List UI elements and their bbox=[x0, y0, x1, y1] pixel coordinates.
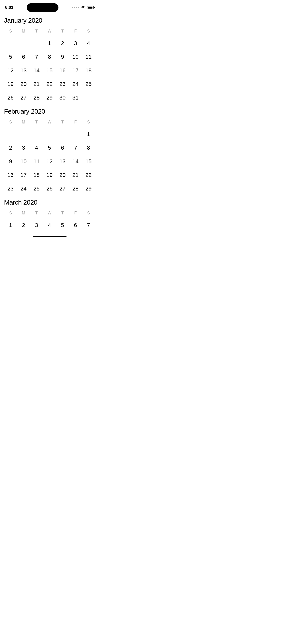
calendar-day bbox=[56, 127, 69, 141]
calendar-day[interactable]: 13 bbox=[56, 155, 69, 168]
calendar-day[interactable]: 16 bbox=[56, 64, 69, 77]
calendar-day[interactable]: 5 bbox=[43, 141, 56, 155]
home-indicator bbox=[33, 236, 67, 237]
calendar-day[interactable]: 6 bbox=[17, 50, 30, 64]
day-headers: SMTWTFS bbox=[4, 118, 95, 126]
calendar-day[interactable]: 30 bbox=[56, 91, 69, 105]
calendar-day[interactable]: 8 bbox=[43, 50, 56, 64]
calendar-day[interactable]: 22 bbox=[82, 168, 95, 182]
calendar-day[interactable]: 6 bbox=[56, 141, 69, 155]
calendar-day[interactable]: 29 bbox=[43, 91, 56, 105]
calendar-day[interactable]: 28 bbox=[69, 182, 82, 196]
calendar-day[interactable]: 28 bbox=[30, 91, 43, 105]
calendar-day[interactable]: 8 bbox=[82, 141, 95, 155]
calendar-day[interactable]: 22 bbox=[43, 77, 56, 91]
calendar-day[interactable]: 1 bbox=[4, 218, 17, 232]
calendar-day[interactable]: 20 bbox=[56, 168, 69, 182]
day-header: M bbox=[17, 27, 30, 36]
calendar-day[interactable]: 14 bbox=[30, 64, 43, 77]
calendar-week: 9101112131415 bbox=[4, 155, 95, 168]
calendar-day[interactable]: 26 bbox=[4, 91, 17, 105]
calendar-day[interactable]: 11 bbox=[82, 50, 95, 64]
day-header: M bbox=[17, 209, 30, 217]
calendar-day[interactable]: 21 bbox=[69, 168, 82, 182]
calendar-day[interactable]: 6 bbox=[69, 218, 82, 232]
day-header: T bbox=[56, 209, 69, 217]
calendar-day[interactable]: 2 bbox=[4, 141, 17, 155]
calendar-day[interactable]: 16 bbox=[4, 168, 17, 182]
calendar-day[interactable]: 20 bbox=[17, 77, 30, 91]
calendar-day[interactable]: 3 bbox=[69, 37, 82, 50]
calendar-day[interactable]: 14 bbox=[69, 155, 82, 168]
calendar-day[interactable]: 4 bbox=[30, 141, 43, 155]
calendar-day[interactable]: 9 bbox=[4, 155, 17, 168]
month-title-march-2020: March 2020 bbox=[4, 199, 95, 206]
calendar-day[interactable]: 3 bbox=[30, 218, 43, 232]
calendar-day[interactable]: 15 bbox=[82, 155, 95, 168]
calendar-day[interactable]: 12 bbox=[43, 155, 56, 168]
calendar-day[interactable]: 12 bbox=[4, 64, 17, 77]
calendar-day[interactable]: 21 bbox=[30, 77, 43, 91]
calendar-day[interactable]: 31 bbox=[69, 91, 82, 105]
calendar-day[interactable]: 18 bbox=[82, 64, 95, 77]
calendar-day[interactable]: 5 bbox=[4, 50, 17, 64]
calendar-day bbox=[43, 127, 56, 141]
calendar-day bbox=[82, 91, 95, 105]
calendar-day bbox=[30, 127, 43, 141]
calendar-weeks: 1234567891011121314151617181920212223242… bbox=[4, 127, 95, 196]
calendar-day[interactable]: 2 bbox=[17, 218, 30, 232]
calendar-day[interactable]: 23 bbox=[4, 182, 17, 196]
day-header: F bbox=[69, 118, 82, 126]
month-title-january-2020: January 2020 bbox=[4, 17, 95, 24]
calendar-day[interactable]: 7 bbox=[30, 50, 43, 64]
calendar-day[interactable]: 25 bbox=[30, 182, 43, 196]
calendar-day bbox=[4, 127, 17, 141]
calendar-grid-january-2020: SMTWTFS 12345678910111213141516171819202… bbox=[4, 27, 95, 105]
calendar-day bbox=[30, 37, 43, 50]
calendar-day[interactable]: 5 bbox=[56, 218, 69, 232]
calendar-day[interactable]: 2 bbox=[56, 37, 69, 50]
calendar-day[interactable]: 15 bbox=[43, 64, 56, 77]
calendar-day[interactable]: 1 bbox=[82, 127, 95, 141]
calendar-day[interactable]: 24 bbox=[69, 77, 82, 91]
day-header: S bbox=[4, 27, 17, 36]
calendar-container: January 2020SMTWTFS 12345678910111213141… bbox=[0, 17, 99, 232]
calendar-day[interactable]: 18 bbox=[30, 168, 43, 182]
calendar-day[interactable]: 11 bbox=[30, 155, 43, 168]
calendar-day[interactable]: 4 bbox=[82, 37, 95, 50]
calendar-day[interactable]: 19 bbox=[4, 77, 17, 91]
calendar-day[interactable]: 27 bbox=[56, 182, 69, 196]
day-header: W bbox=[43, 118, 56, 126]
calendar-day[interactable]: 29 bbox=[82, 182, 95, 196]
day-header: S bbox=[4, 118, 17, 126]
day-header: S bbox=[82, 209, 95, 217]
calendar-week: 16171819202122 bbox=[4, 168, 95, 182]
calendar-day[interactable]: 1 bbox=[43, 37, 56, 50]
calendar-day bbox=[17, 37, 30, 50]
calendar-week: 2345678 bbox=[4, 141, 95, 155]
day-header: W bbox=[43, 209, 56, 217]
calendar-day[interactable]: 24 bbox=[17, 182, 30, 196]
day-header: S bbox=[82, 27, 95, 36]
calendar-day[interactable]: 10 bbox=[17, 155, 30, 168]
calendar-day[interactable]: 10 bbox=[69, 50, 82, 64]
day-header: T bbox=[56, 118, 69, 126]
calendar-day[interactable]: 19 bbox=[43, 168, 56, 182]
calendar-day[interactable]: 13 bbox=[17, 64, 30, 77]
calendar-day[interactable]: 9 bbox=[56, 50, 69, 64]
status-time: 6:01 bbox=[5, 5, 13, 10]
calendar-day[interactable]: 23 bbox=[56, 77, 69, 91]
calendar-week: 567891011 bbox=[4, 50, 95, 64]
calendar-day[interactable]: 7 bbox=[82, 218, 95, 232]
calendar-day[interactable]: 27 bbox=[17, 91, 30, 105]
calendar-week: 23242526272829 bbox=[4, 182, 95, 196]
calendar-day[interactable]: 17 bbox=[69, 64, 82, 77]
calendar-day[interactable]: 25 bbox=[82, 77, 95, 91]
day-headers: SMTWTFS bbox=[4, 209, 95, 217]
calendar-day[interactable]: 17 bbox=[17, 168, 30, 182]
day-header: F bbox=[69, 27, 82, 36]
calendar-day[interactable]: 3 bbox=[17, 141, 30, 155]
calendar-day[interactable]: 26 bbox=[43, 182, 56, 196]
calendar-day[interactable]: 4 bbox=[43, 218, 56, 232]
calendar-day[interactable]: 7 bbox=[69, 141, 82, 155]
